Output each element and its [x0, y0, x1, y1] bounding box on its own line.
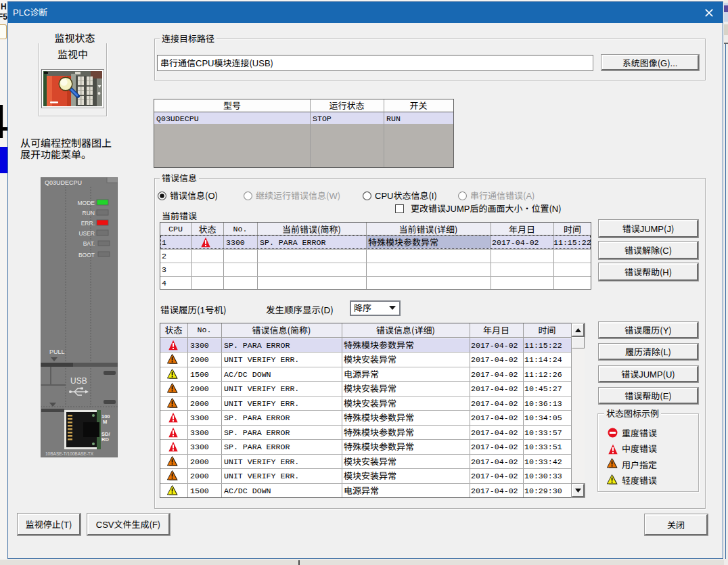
svg-text:BOOT: BOOT — [78, 252, 95, 258]
svg-text:Q03UDECPU: Q03UDECPU — [45, 179, 82, 186]
svg-text:USER: USER — [78, 230, 95, 237]
svg-text:ERR.: ERR. — [81, 220, 95, 227]
svg-text:M: M — [103, 419, 107, 425]
svg-text:RUN: RUN — [83, 210, 95, 217]
svg-text:10BASE-T/100BASE-TX: 10BASE-T/100BASE-TX — [45, 451, 94, 456]
svg-text:MODE: MODE — [78, 200, 95, 206]
svg-text:BAT.: BAT. — [83, 240, 95, 247]
svg-text:RD: RD — [101, 436, 109, 443]
svg-text:PULL: PULL — [49, 348, 65, 355]
svg-text:USB: USB — [70, 376, 87, 386]
